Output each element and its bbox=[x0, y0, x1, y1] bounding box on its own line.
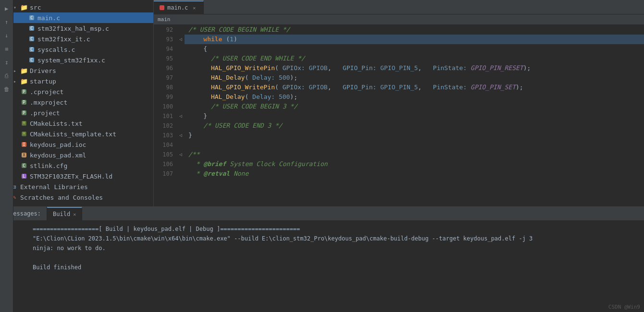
line-content: * @brief System Clock Configuration bbox=[185, 159, 644, 169]
fold-gutter[interactable]: ◁ bbox=[177, 150, 185, 159]
sidebar-item-label: Scratches and Consoles bbox=[20, 194, 103, 201]
line-content: * @retval None bbox=[185, 169, 644, 179]
line-number: 100 bbox=[154, 102, 177, 111]
sidebar-item-project[interactable]: P .project bbox=[0, 108, 153, 118]
chevron-right-icon: ▸ bbox=[13, 79, 19, 84]
spacer bbox=[13, 132, 19, 137]
line-number: 104 bbox=[154, 140, 177, 150]
code-container[interactable]: 92 /* USER CODE BEGIN WHILE */ 93 ◁ whil… bbox=[154, 25, 644, 206]
line-content: /* USER CODE END WHILE */ bbox=[185, 54, 644, 63]
build-line-empty bbox=[33, 253, 638, 263]
spacer bbox=[13, 153, 19, 158]
sidebar-item-startup[interactable]: ▸ 📁 startup bbox=[0, 76, 153, 86]
code-line-107: 107 * @retval None bbox=[154, 169, 644, 179]
sidebar-item-src[interactable]: ▾ 📁 src bbox=[0, 2, 153, 12]
sidebar-item-label: src bbox=[30, 4, 41, 11]
cmake-icon: M bbox=[20, 130, 28, 138]
folder-icon: 📁 bbox=[20, 3, 28, 11]
code-line-105: 105 ◁ /** bbox=[154, 150, 644, 159]
fold-gutter[interactable]: ◁ bbox=[177, 111, 185, 121]
sidebar-item-label: syscalls.c bbox=[37, 46, 75, 53]
sidebar-item-label: stm32f1xx_hal_msp.c bbox=[37, 25, 109, 32]
cmake-icon: M bbox=[20, 120, 28, 127]
code-line-95: 95 /* USER CODE END WHILE */ bbox=[154, 54, 644, 63]
folder-icon: 📁 bbox=[20, 77, 28, 85]
tab-label: main.c bbox=[167, 4, 188, 11]
code-line-101: 101 ◁ } bbox=[154, 111, 644, 121]
line-number: 107 bbox=[154, 169, 177, 179]
spacer bbox=[13, 121, 19, 126]
sidebar-item-syscalls[interactable]: C syscalls.c bbox=[0, 44, 153, 55]
code-line-102: 102 /* USER CODE END 3 */ bbox=[154, 121, 644, 131]
code-line-106: 106 * @brief System Clock Configuration bbox=[154, 159, 644, 169]
sidebar-item-label: CMakeLists_template.txt bbox=[30, 131, 116, 138]
sidebar-item-ld[interactable]: L STM32F103ZETx_FLASH.ld bbox=[0, 171, 153, 181]
panel-tab-build-label: Build bbox=[53, 211, 70, 217]
line-number: 97 bbox=[154, 73, 177, 83]
sidebar-item-system-stm32[interactable]: C system_stm32f1xx.c bbox=[0, 55, 153, 65]
build-line-separator: ===================[ Build | keydous_pad… bbox=[33, 224, 638, 234]
panel-tab-messages-label: Messages: bbox=[10, 210, 41, 217]
sidebar-item-mxproject[interactable]: P .mxproject bbox=[0, 97, 153, 108]
project-file-icon: P bbox=[20, 109, 28, 117]
line-content: while (1) bbox=[185, 35, 644, 44]
build-line-cmd: "E:\Clion\CLion 2023.1.5\bin\cmake\win\x… bbox=[33, 234, 638, 243]
c-file-icon: C bbox=[28, 35, 36, 43]
line-content: HAL_Delay( Delay: 500); bbox=[185, 92, 644, 102]
panel-tabs: Messages: Build ✕ bbox=[0, 207, 644, 220]
sidebar-item-label: STM32F103ZETx_FLASH.ld bbox=[30, 173, 112, 180]
sidebar-item-external-libs[interactable]: ▸ ⊡ External Libraries bbox=[0, 181, 153, 192]
sidebar-item-drivers[interactable]: ▸ 📁 Drivers bbox=[0, 65, 153, 76]
breadcrumb-main[interactable]: main bbox=[158, 16, 171, 23]
sidebar: ▾ 📁 src C main.c C stm32f1xx_hal_msp.c C… bbox=[0, 0, 154, 206]
line-content: /* USER CODE END 3 */ bbox=[185, 121, 644, 131]
sidebar-item-label: keydous_pad.xml bbox=[30, 152, 86, 159]
project-file-icon: P bbox=[20, 88, 28, 96]
folder-icon: 📁 bbox=[20, 67, 28, 74]
line-content: /* USER CODE BEGIN WHILE */ bbox=[185, 25, 644, 35]
sidebar-item-ioc[interactable]: I keydous_pad.ioc bbox=[0, 139, 153, 150]
code-line-103: 103 ◁ } bbox=[154, 131, 644, 140]
sidebar-item-cfg[interactable]: C stlink.cfg bbox=[0, 160, 153, 171]
code-line-99: 99 HAL_Delay( Delay: 500); bbox=[154, 92, 644, 102]
code-line-100: 100 /* USER CODE BEGIN 3 */ bbox=[154, 102, 644, 111]
line-number: 95 bbox=[154, 54, 177, 63]
sidebar-item-cproject[interactable]: P .cproject bbox=[0, 86, 153, 97]
editor-area: main.c ✕ main 92 /* USER CODE BEGIN WHIL… bbox=[154, 0, 644, 206]
sidebar-item-xml[interactable]: X keydous_pad.xml bbox=[0, 150, 153, 160]
main-container: ▾ 📁 src C main.c C stm32f1xx_hal_msp.c C… bbox=[0, 0, 644, 312]
fold-gutter[interactable]: ◁ bbox=[177, 131, 185, 140]
sidebar-item-label: main.c bbox=[37, 14, 60, 22]
panel-tab-close-button[interactable]: ✕ bbox=[73, 212, 76, 217]
line-number: 99 bbox=[154, 92, 177, 102]
sidebar-item-hal-msp[interactable]: C stm32f1xx_hal_msp.c bbox=[0, 23, 153, 34]
spacer bbox=[21, 58, 27, 63]
line-content: HAL_GPIO_WritePin( GPIOx: GPIOB, GPIO_Pi… bbox=[185, 83, 644, 92]
top-area: ▾ 📁 src C main.c C stm32f1xx_hal_msp.c C… bbox=[0, 0, 644, 206]
sidebar-item-cmakelists[interactable]: M CMakeLists.txt bbox=[0, 118, 153, 129]
line-number: 93 bbox=[154, 35, 177, 44]
tab-close-button[interactable]: ✕ bbox=[191, 4, 198, 11]
spacer bbox=[13, 89, 19, 95]
line-content: } bbox=[185, 131, 644, 140]
panel-tab-build[interactable]: Build ✕ bbox=[47, 207, 82, 220]
code-line-92: 92 /* USER CODE BEGIN WHILE */ bbox=[154, 25, 644, 35]
sidebar-item-main-c[interactable]: C main.c bbox=[0, 12, 153, 23]
ld-icon: L bbox=[20, 172, 28, 180]
fold-gutter[interactable]: ◁ bbox=[177, 35, 185, 44]
sidebar-item-label: .cproject bbox=[30, 88, 63, 96]
spacer bbox=[21, 47, 27, 52]
sidebar-item-scratches[interactable]: ✎ Scratches and Consoles bbox=[0, 192, 153, 203]
line-content: HAL_GPIO_WritePin( GPIOx: GPIOB, GPIO_Pi… bbox=[185, 63, 644, 73]
line-number: 106 bbox=[154, 159, 177, 169]
sidebar-item-stm32-it[interactable]: C stm32f1xx_it.c bbox=[0, 34, 153, 44]
ioc-icon: I bbox=[20, 141, 28, 148]
xml-icon: X bbox=[20, 151, 28, 159]
line-number: 102 bbox=[154, 121, 177, 131]
breadcrumb-bar: main bbox=[154, 14, 644, 25]
spacer bbox=[13, 174, 19, 179]
tab-main-c[interactable]: main.c ✕ bbox=[154, 0, 204, 14]
c-file-icon: C bbox=[28, 46, 36, 53]
build-line-finished: Build finished bbox=[33, 263, 638, 272]
sidebar-item-cmakelists-template[interactable]: M CMakeLists_template.txt bbox=[0, 129, 153, 139]
